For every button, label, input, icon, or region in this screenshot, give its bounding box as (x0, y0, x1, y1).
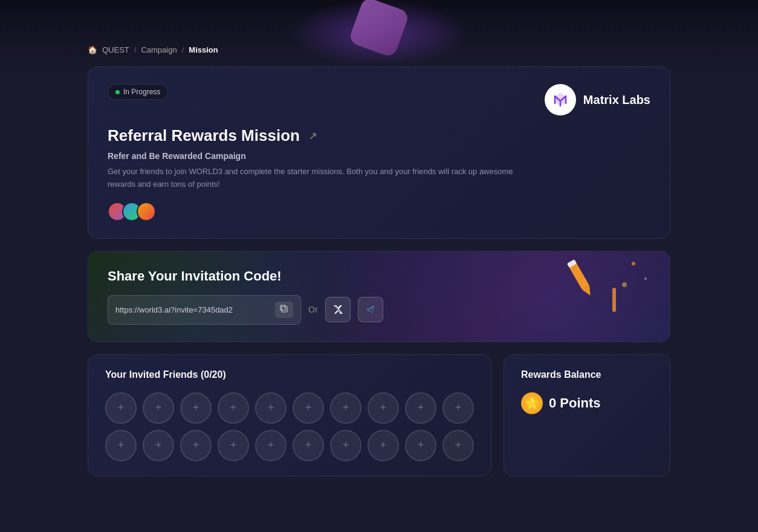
invite-title: Share Your Invitation Code! (108, 268, 650, 284)
mission-description: Get your friends to join WORLD3 and comp… (108, 166, 531, 191)
breadcrumb-campaign[interactable]: Campaign (141, 45, 177, 54)
brand-name: Matrix Labs (583, 93, 650, 107)
breadcrumb-current: Mission (189, 45, 218, 54)
avatar-3 (137, 202, 156, 221)
friends-card: Your Invited Friends (0/20) ++++++++++++… (88, 354, 491, 476)
friend-slot-4[interactable]: + (218, 392, 249, 424)
friends-title: Your Invited Friends (0/20) (105, 369, 474, 380)
friend-slot-6[interactable]: + (293, 392, 324, 424)
friend-slot-9[interactable]: + (405, 392, 436, 424)
friend-slot-3[interactable]: + (180, 392, 212, 424)
share-x-button[interactable] (325, 297, 351, 322)
friend-slot-18[interactable]: + (368, 430, 399, 461)
friend-slot-13[interactable]: + (180, 430, 212, 461)
share-telegram-button[interactable] (358, 297, 383, 322)
copy-url-button[interactable] (275, 302, 293, 318)
friend-slot-2[interactable]: + (143, 392, 174, 424)
mission-card: In Progress Matrix Labs Referral Rew (88, 66, 670, 239)
friend-slot-7[interactable]: + (330, 392, 361, 424)
friend-slot-1[interactable]: + (105, 392, 137, 424)
invite-card: Share Your Invitation Code! https://worl… (88, 251, 670, 342)
copy-icon (280, 305, 288, 313)
telegram-icon (366, 305, 375, 314)
status-badge: In Progress (108, 84, 168, 100)
or-label: Or (308, 305, 318, 314)
external-link-icon[interactable]: ↗ (307, 128, 319, 144)
rewards-title: Rewards Balance (521, 369, 653, 380)
breadcrumb-sep-2: / (182, 45, 184, 54)
x-icon (333, 305, 343, 314)
friend-slot-11[interactable]: + (105, 430, 137, 461)
invite-url-text: https://world3.ai?invite=7345dad2 (115, 305, 270, 314)
status-label: In Progress (123, 88, 160, 96)
breadcrumb: 🏠 QUEST / Campaign / Mission (88, 45, 670, 54)
star-icon: ⭐ (521, 392, 543, 414)
breadcrumb-sep-1: / (134, 45, 137, 54)
friend-slot-17[interactable]: + (330, 430, 361, 461)
friend-slot-10[interactable]: + (442, 392, 474, 424)
friend-slot-20[interactable]: + (442, 430, 474, 461)
friend-slot-14[interactable]: + (218, 430, 249, 461)
friend-slot-16[interactable]: + (293, 430, 324, 461)
svg-rect-8 (282, 307, 287, 312)
home-icon: 🏠 (88, 45, 97, 54)
points-text: 0 Points (549, 395, 601, 411)
breadcrumb-home[interactable]: QUEST (102, 45, 129, 54)
rewards-card: Rewards Balance ⭐ 0 Points (504, 354, 670, 476)
brand-info: Matrix Labs (545, 84, 650, 115)
brand-logo (545, 84, 576, 115)
friend-slot-8[interactable]: + (368, 392, 399, 424)
mission-subtitle: Refer and Be Rewarded Campaign (108, 151, 650, 161)
invite-input-row: https://world3.ai?invite=7345dad2 Or (108, 295, 650, 325)
bottom-row: Your Invited Friends (0/20) ++++++++++++… (88, 354, 670, 476)
friend-slot-15[interactable]: + (255, 430, 287, 461)
friend-slot-12[interactable]: + (143, 430, 174, 461)
friend-slot-5[interactable]: + (255, 392, 287, 424)
brand-logo-svg (549, 89, 571, 111)
status-dot (115, 90, 120, 94)
friends-grid: ++++++++++++++++++++ (105, 392, 474, 461)
mission-title: Referral Rewards Mission (108, 126, 300, 145)
rewards-balance: ⭐ 0 Points (521, 392, 653, 414)
invite-url-box: https://world3.ai?invite=7345dad2 (108, 295, 301, 325)
participant-avatars (108, 202, 650, 221)
friend-slot-19[interactable]: + (405, 430, 436, 461)
